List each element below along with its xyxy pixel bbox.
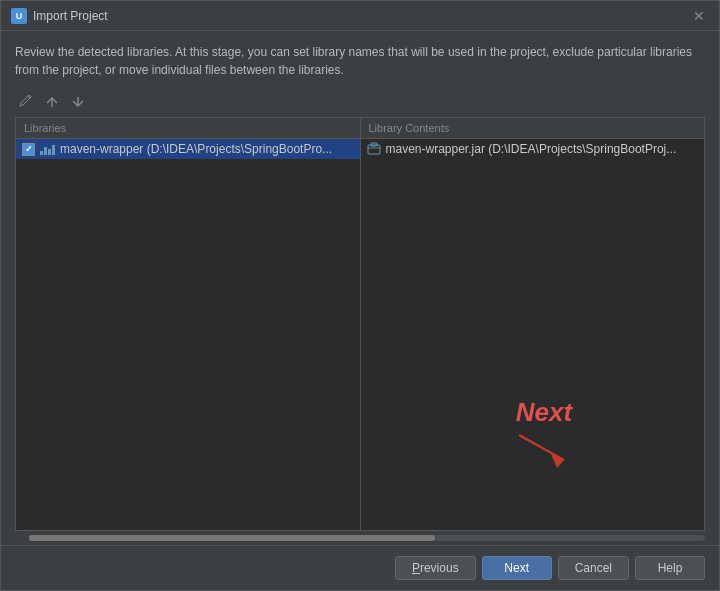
close-button[interactable]: ✕	[689, 6, 709, 26]
move-up-button[interactable]	[41, 91, 63, 113]
move-up-icon	[45, 95, 59, 109]
move-down-button[interactable]	[67, 91, 89, 113]
dialog-title: Import Project	[33, 9, 108, 23]
title-bar-left: U Import Project	[11, 8, 108, 24]
scrollbar-area	[1, 531, 719, 545]
libraries-list: maven-wrapper (D:\IDEA\Projects\SpringBo…	[16, 139, 360, 530]
jar-icon-svg	[367, 142, 381, 156]
toolbar	[1, 87, 719, 117]
next-button[interactable]: Next	[482, 556, 552, 580]
library-icon	[40, 143, 55, 155]
previous-button[interactable]: Previous	[395, 556, 476, 580]
edit-button[interactable]	[15, 91, 37, 113]
import-project-dialog: U Import Project ✕ Review the detected l…	[0, 0, 720, 591]
scrollbar-thumb	[29, 535, 435, 541]
help-button[interactable]: Help	[635, 556, 705, 580]
title-bar: U Import Project ✕	[1, 1, 719, 31]
panels-container: Libraries maven-wrapper (D:\IDEA\Project…	[1, 117, 719, 531]
bar-chart-icon	[40, 143, 55, 155]
library-contents-panel: Library Contents maven-wrapper.jar (D:\I…	[360, 117, 706, 531]
description-text: Review the detected libraries. At this s…	[1, 31, 719, 87]
cancel-button[interactable]: Cancel	[558, 556, 629, 580]
libraries-panel: Libraries maven-wrapper (D:\IDEA\Project…	[15, 117, 360, 531]
list-item[interactable]: maven-wrapper.jar (D:\IDEA\Projects\Spri…	[361, 139, 705, 159]
libraries-panel-header: Libraries	[16, 118, 360, 139]
horizontal-scrollbar[interactable]	[29, 535, 705, 541]
library-contents-list: maven-wrapper.jar (D:\IDEA\Projects\Spri…	[361, 139, 705, 530]
list-item[interactable]: maven-wrapper (D:\IDEA\Projects\SpringBo…	[16, 139, 360, 159]
jar-file-icon	[367, 142, 381, 156]
library-contents-header: Library Contents	[361, 118, 705, 139]
move-down-icon	[71, 95, 85, 109]
edit-icon	[19, 95, 33, 109]
library-checkbox[interactable]	[22, 143, 35, 156]
content-item-name: maven-wrapper.jar (D:\IDEA\Projects\Spri…	[386, 142, 677, 156]
button-bar: Previous Next Cancel Help	[1, 545, 719, 590]
app-icon: U	[11, 8, 27, 24]
library-name: maven-wrapper (D:\IDEA\Projects\SpringBo…	[60, 142, 332, 156]
